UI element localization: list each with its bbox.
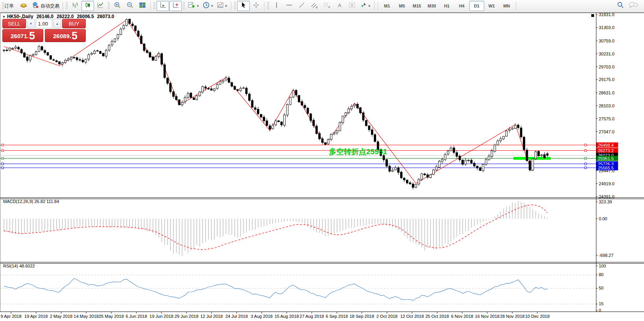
level-price-label: 25951.5 [598, 156, 614, 161]
rsi-tick-label: 50 [599, 286, 603, 290]
auto-scroll-button[interactable] [157, 1, 169, 11]
date-tick-label: 18 Sep 2018 [350, 314, 374, 319]
tile-windows-button[interactable] [136, 1, 149, 11]
indicators-button[interactable]: ▼ [186, 1, 201, 11]
ohlc-close: 26073.0 [97, 14, 114, 19]
rsi-tick-label: 0 [599, 308, 601, 313]
timeframe-M1-button[interactable]: M1 [380, 1, 395, 11]
volume-input[interactable]: 1.00 [36, 19, 52, 28]
rsi-title: RSI(14) 48.6022 [3, 264, 35, 268]
arrows-button[interactable]: ▼ [358, 1, 373, 11]
text-button[interactable]: A [333, 1, 346, 11]
chart-canvas[interactable]: 多空转折点25951MACD(12,26,9) 26.82 111.84RSI(… [0, 0, 644, 321]
timeframe-M30-button[interactable]: M30 [424, 1, 439, 11]
chart-shift-button[interactable] [169, 1, 182, 11]
price-tick-label: 31303.0 [599, 25, 614, 30]
date-tick-label: 19 Jun 2018 [149, 314, 173, 319]
text-icon: A [337, 2, 342, 10]
date-tick-label: 16 Nov 2018 [475, 314, 499, 319]
date-tick-label: 9 Apr 2018 [0, 314, 21, 319]
price-tick-label: 27575.0 [599, 116, 614, 121]
toolbar-separator [374, 2, 375, 10]
rsi-tick-label: 100 [599, 264, 606, 268]
ohlc-high: 26222.0 [57, 14, 74, 19]
channel-button[interactable]: E [308, 1, 321, 11]
sell-button[interactable]: SELL [2, 19, 26, 28]
ohlc-open: 26146.0 [37, 14, 54, 19]
chart-annotation: 多空转折点25951 [329, 148, 387, 156]
level-price-label: 26498.4 [598, 143, 614, 148]
sell-price-main: 26071. [11, 31, 29, 41]
fibonacci-button[interactable]: F [321, 1, 333, 11]
crosshair-button[interactable] [250, 1, 262, 11]
chevron-down-icon: ▼ [368, 4, 371, 8]
buy-price-frac: 5 [72, 31, 78, 41]
chart-shift-icon [172, 2, 179, 10]
chevron-down-icon: ▼ [225, 4, 228, 8]
date-tick-label: 25 May 2018 [99, 314, 124, 319]
horizontal-line-button[interactable] [283, 1, 295, 11]
label-icon: T [349, 2, 356, 10]
toolbar-grip [66, 2, 68, 10]
new-order-button[interactable] [17, 1, 30, 11]
periods-button[interactable]: ▼ [201, 1, 215, 11]
autotrading-button-label: 自动交易 [41, 3, 59, 9]
sell-price-button[interactable]: 26071.5 [2, 29, 43, 42]
timeframe-MN-button[interactable]: MN [499, 1, 514, 11]
bar-chart-button[interactable] [69, 1, 81, 11]
chat-button[interactable] [627, 1, 640, 11]
timeframe-M15-button[interactable]: M15 [410, 1, 424, 11]
tile-windows-icon [139, 2, 146, 10]
periods-icon [203, 2, 210, 10]
collapse-triangle-icon[interactable]: ▲ [2, 15, 6, 18]
line-chart-icon [97, 2, 104, 10]
candlestick-chart-button[interactable] [81, 1, 94, 11]
trendline-button[interactable] [295, 1, 308, 11]
orders-button[interactable]: 订单 [1, 1, 17, 11]
one-click-trading-panel: SELL ▼ 1.00 ▲ BUY 26071.5 26089.5 [2, 19, 86, 42]
timeframe-W1-button[interactable]: W1 [484, 1, 499, 11]
price-tick-label: 24391.0 [599, 194, 614, 199]
timeframe-M5-button[interactable]: M5 [395, 1, 410, 11]
fibonacci-icon: F [323, 2, 331, 10]
timeframe-H1-button[interactable]: H1 [439, 1, 454, 11]
volume-decrease-button[interactable]: ▼ [27, 19, 35, 28]
date-tick-label: 12 Oct 2018 [400, 314, 424, 319]
autotrading-button[interactable]: 自动交易 [30, 1, 61, 11]
toolbar-grip [267, 2, 269, 10]
toolbar-separator [150, 2, 151, 10]
search-button[interactable] [614, 1, 627, 11]
zoom-out-button[interactable] [124, 1, 136, 11]
zoom-in-button[interactable] [111, 1, 124, 11]
date-tick-label: 3 Aug 2018 [251, 314, 273, 319]
vertical-line-button[interactable] [270, 1, 283, 11]
buy-button[interactable]: BUY [62, 19, 86, 28]
buy-price-button[interactable]: 26089.5 [45, 29, 86, 42]
robot-icon [31, 2, 39, 10]
crosshair-icon [253, 2, 260, 10]
toolbar-separator [378, 2, 378, 10]
date-tick-label: 15 Aug 2018 [275, 314, 299, 319]
horizontal-line-icon [286, 2, 293, 10]
date-tick-label: 6 Sep 2018 [326, 314, 348, 319]
chart-shift-marker[interactable] [591, 14, 594, 17]
cursor-button[interactable] [237, 1, 250, 11]
buy-price-main: 26089. [53, 31, 71, 41]
symbol-timeframe-label: HK50-,Daily [7, 14, 33, 19]
toolbar-separator [264, 2, 264, 10]
macd-title: MACD(12,26,9) 26.82 111.84 [3, 199, 59, 204]
line-chart-button[interactable] [94, 1, 107, 11]
svg-text:A: A [338, 2, 341, 8]
timeframe-D1-button[interactable]: D1 [469, 1, 484, 11]
volume-increase-button[interactable]: ▲ [53, 19, 61, 28]
price-tick-label: 24919.0 [599, 181, 614, 186]
timeframe-H4-button[interactable]: H4 [454, 1, 469, 11]
date-tick-label: 2 May 2018 [50, 314, 72, 319]
indicators-icon [188, 2, 196, 10]
bar-chart-icon [72, 2, 79, 10]
chevron-down-icon: ▼ [196, 4, 199, 8]
label-button[interactable]: T [346, 1, 358, 11]
templates-button[interactable]: ▼ [215, 1, 229, 11]
main-toolbar: 订单自动交易▼▼▼EFAT▼M1M5M15M30H1H4D1W1MN [0, 0, 644, 12]
templates-icon [217, 2, 224, 10]
